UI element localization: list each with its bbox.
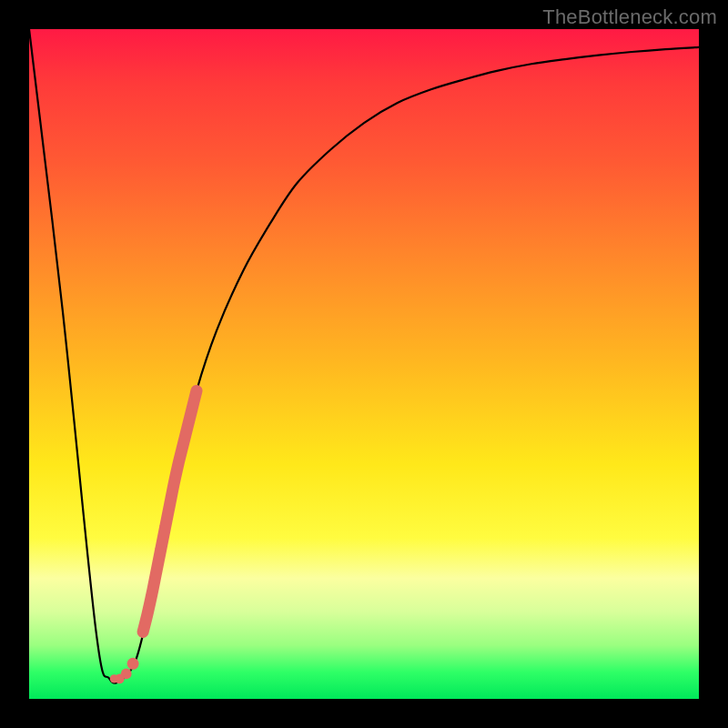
highlight-segment: [143, 390, 197, 632]
bottleneck-curve: [29, 29, 699, 683]
highlight-dots: [110, 658, 139, 683]
chart-frame: TheBottleneck.com: [0, 0, 728, 728]
plot-area: [29, 29, 699, 699]
highlight-dot: [127, 658, 139, 670]
chart-svg: [29, 29, 699, 699]
watermark-text: TheBottleneck.com: [542, 5, 717, 29]
highlight-dot: [110, 674, 118, 682]
